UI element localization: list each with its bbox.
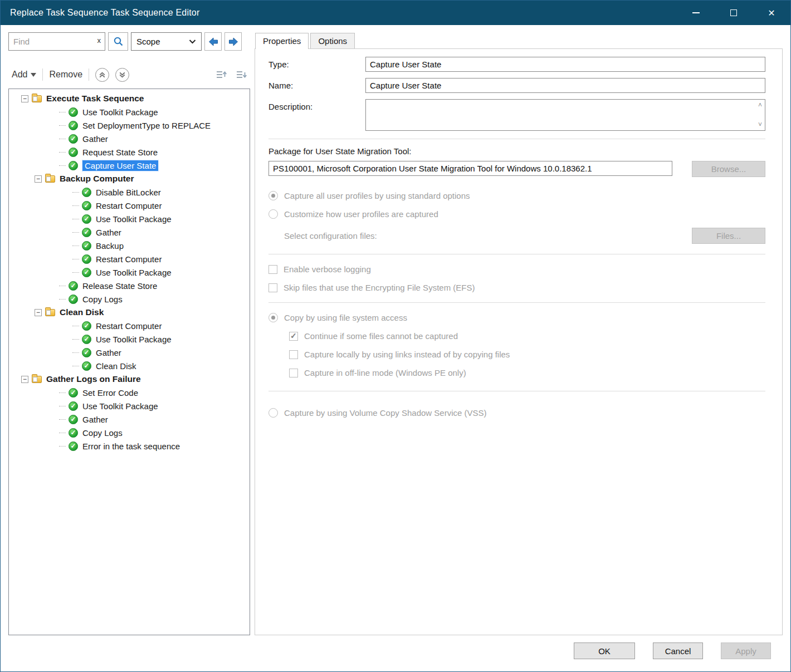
step-success-icon (69, 401, 78, 411)
tree-connector (72, 246, 79, 246)
tree-step-row[interactable]: Copy Logs (9, 292, 250, 306)
move-up-button[interactable] (95, 68, 109, 82)
minimize-button[interactable] (677, 1, 715, 25)
name-field[interactable] (365, 78, 765, 93)
remove-button[interactable]: Remove (49, 70, 82, 80)
tree-connector (72, 205, 79, 206)
collapse-expander-icon[interactable]: − (35, 309, 42, 316)
ok-button[interactable]: OK (574, 642, 635, 659)
package-field[interactable] (268, 161, 672, 176)
tree-group-row[interactable]: −Clean Disk (9, 306, 250, 319)
close-button[interactable]: ✕ (753, 1, 790, 25)
step-label: Use Toolkit Package (82, 401, 158, 411)
step-success-icon (69, 281, 78, 291)
step-success-icon (82, 361, 91, 371)
step-label: Release State Store (82, 281, 157, 291)
tree-group-row[interactable]: −Gather Logs on Failure (9, 372, 250, 386)
type-label: Type: (268, 57, 365, 72)
tree-step-row[interactable]: Use Toolkit Package (9, 266, 250, 279)
tree-step-row[interactable]: Set DeploymentType to REPLACE (9, 119, 250, 132)
toolbar-divider (42, 68, 43, 81)
step-success-icon (69, 134, 78, 144)
cancel-button[interactable]: Cancel (653, 642, 703, 659)
step-label: Request State Store (82, 148, 158, 157)
tree-step-row[interactable]: Copy Logs (9, 426, 250, 439)
checkbox-unchecked-icon (289, 350, 298, 359)
tree-step-row[interactable]: Use Toolkit Package (9, 399, 250, 413)
scroll-down-icon[interactable]: ˅ (758, 121, 762, 128)
tree-connector (59, 433, 66, 433)
collapse-expander-icon[interactable]: − (35, 175, 42, 183)
option-row: Capture by using Volume Copy Shadow Serv… (268, 408, 765, 418)
close-icon: ✕ (768, 8, 775, 18)
tree-group-row[interactable]: −Execute Task Sequence (9, 92, 250, 105)
step-success-icon (82, 228, 91, 237)
minimize-icon (692, 12, 700, 13)
tree-step-row[interactable]: Error in the task sequence (9, 439, 250, 453)
clear-find-icon[interactable]: x (97, 36, 101, 45)
find-previous-button[interactable] (204, 32, 222, 51)
checkbox-unchecked-icon (268, 283, 277, 292)
scope-value: Scope (136, 37, 160, 46)
tree-group-row[interactable]: −Backup Computer (9, 172, 250, 185)
name-label: Name: (268, 78, 365, 93)
tree-step-row[interactable]: Clean Disk (9, 359, 250, 372)
dropdown-caret-icon (31, 73, 36, 77)
toolbar-divider (89, 68, 89, 81)
collapse-expander-icon[interactable]: − (21, 376, 28, 383)
option-row: Enable verbose logging (268, 264, 765, 274)
group-label: Clean Disk (60, 307, 104, 317)
tab-strip: Properties Options (255, 32, 783, 48)
step-label: Capture User State (82, 160, 158, 171)
tree-step-row[interactable]: Disable BitLocker (9, 185, 250, 199)
tree-step-row[interactable]: Gather (9, 225, 250, 239)
tab-properties[interactable]: Properties (255, 33, 309, 49)
find-next-button[interactable] (224, 32, 242, 51)
scroll-up-icon[interactable]: ˄ (758, 102, 762, 109)
tree-step-row[interactable]: Restart Computer (9, 199, 250, 212)
step-label: Restart Computer (96, 321, 162, 331)
tree-step-row[interactable]: Restart Computer (9, 319, 250, 332)
tree-connector (72, 192, 79, 193)
maximize-button[interactable] (715, 1, 753, 25)
add-button[interactable]: Add (12, 70, 36, 80)
step-success-icon (69, 107, 78, 117)
tree-step-row[interactable]: Backup (9, 239, 250, 252)
step-label: Use Toolkit Package (96, 214, 172, 224)
tree-connector (59, 393, 66, 393)
tree-step-row[interactable]: Restart Computer (9, 252, 250, 266)
name-row: Name: (268, 78, 765, 93)
step-success-icon (69, 388, 78, 398)
step-label: Set DeploymentType to REPLACE (82, 121, 211, 130)
option-row: Continue if some files cannot be capture… (289, 331, 765, 341)
option-label: Customize how user profiles are captured (284, 209, 438, 219)
collapse-all-button[interactable] (214, 68, 228, 82)
usmt-options: Capture all user profiles by using stand… (268, 191, 765, 418)
expand-all-button[interactable] (234, 68, 248, 82)
tree-step-row[interactable]: Capture User State (9, 159, 250, 172)
step-success-icon (82, 188, 91, 197)
tree-step-row[interactable]: Use Toolkit Package (9, 212, 250, 225)
tree-step-row[interactable]: Gather (9, 413, 250, 426)
find-input[interactable] (8, 32, 105, 51)
search-button[interactable] (108, 32, 128, 51)
description-field[interactable]: ˄ ˅ (365, 99, 765, 131)
tree-step-row[interactable]: Use Toolkit Package (9, 105, 250, 119)
step-success-icon (82, 254, 91, 264)
move-down-button[interactable] (115, 68, 129, 82)
scope-dropdown[interactable]: Scope (131, 32, 202, 51)
step-label: Use Toolkit Package (96, 268, 172, 277)
tree-step-row[interactable]: Request State Store (9, 145, 250, 159)
tree-step-row[interactable]: Gather (9, 346, 250, 359)
tree-step-row[interactable]: Set Error Code (9, 386, 250, 399)
collapse-expander-icon[interactable]: − (21, 95, 28, 102)
tree-step-row[interactable]: Release State Store (9, 279, 250, 292)
tree-step-row[interactable]: Use Toolkit Package (9, 332, 250, 346)
tab-options[interactable]: Options (310, 33, 355, 49)
tree-step-row[interactable]: Gather (9, 132, 250, 145)
option-row: Copy by using file system access (268, 313, 765, 322)
sequence-pane: x Scope (8, 32, 250, 635)
step-label: Copy Logs (82, 428, 123, 438)
task-sequence-tree[interactable]: −Execute Task SequenceUse Toolkit Packag… (8, 89, 250, 635)
step-label: Gather (82, 134, 108, 144)
